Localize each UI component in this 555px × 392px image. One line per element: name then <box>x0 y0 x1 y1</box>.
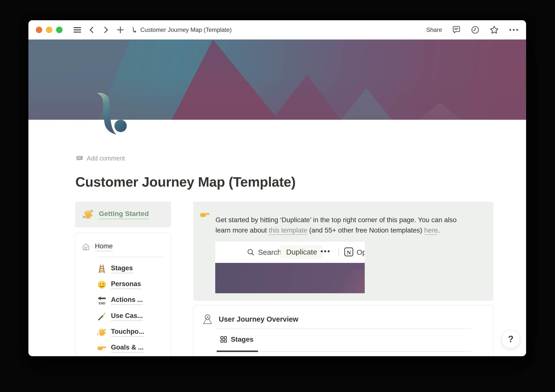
point-right-emoji <box>200 210 210 220</box>
add-comment-button[interactable]: Add comment <box>76 155 125 162</box>
titlebar: Customer Journey Map (Template) Share <box>28 20 526 39</box>
hamburger-icon <box>73 27 82 33</box>
speech-bubble-icon <box>76 155 83 162</box>
screenshot-duplicate-button: Duplicate <box>280 246 323 258</box>
clock-icon <box>471 25 480 34</box>
callout-text-segment: (and 55+ other free Notion templates) <box>307 226 424 234</box>
screenshot-open-label: Open in app <box>357 242 365 263</box>
svg-text:END: END <box>99 302 105 305</box>
page-logo-icon <box>132 27 136 33</box>
magic-wand-emoji <box>97 312 107 321</box>
getting-started-callout: Getting Started <box>75 202 171 227</box>
add-comment-label: Add comment <box>87 155 125 162</box>
forward-button[interactable] <box>101 24 111 35</box>
share-button[interactable]: Share <box>426 26 442 33</box>
overview-header: User Journey Overview <box>202 313 298 325</box>
embedded-screenshot: Search Duplicate N Open in app <box>215 242 365 293</box>
smiley-emoji <box>97 280 107 289</box>
page-title: Customer Journey Map (Template) <box>75 174 296 190</box>
nav-item-touchpoints: Touchpo... <box>97 326 144 338</box>
star-icon <box>490 25 499 35</box>
back-button[interactable] <box>86 24 97 35</box>
user-journey-icon <box>202 313 213 325</box>
user-journey-overview-card: User Journey Overview Stages <box>193 305 493 356</box>
here-link[interactable]: here <box>424 226 438 234</box>
notion-logo-icon: N <box>344 247 354 257</box>
help-icon: ? <box>508 334 513 344</box>
nav-item-use-cases: Use Cas... <box>97 311 143 322</box>
tab-stages[interactable]: Stages <box>220 335 254 343</box>
breadcrumb[interactable]: Customer Journey Map (Template) <box>132 26 232 33</box>
updates-button[interactable] <box>471 25 480 34</box>
screenshot-search-button: Search <box>247 242 281 263</box>
forward-icon <box>103 26 109 34</box>
comment-icon <box>452 25 461 34</box>
house-icon <box>82 243 90 251</box>
search-icon <box>247 248 255 256</box>
divider <box>216 328 471 329</box>
tab-active-indicator <box>217 351 258 352</box>
overview-title: User Journey Overview <box>219 315 298 323</box>
ellipsis-icon <box>320 250 331 253</box>
new-page-button[interactable] <box>115 24 126 35</box>
more-button[interactable] <box>509 28 519 31</box>
maximize-button[interactable] <box>56 27 63 33</box>
ellipsis-icon <box>509 28 519 31</box>
duplicate-callout: Get started by hitting ‘Duplicate’ in th… <box>193 202 493 301</box>
close-button[interactable] <box>36 27 42 33</box>
callout-text-segment: . <box>438 226 440 234</box>
nav-home-row: Home <box>82 242 113 251</box>
point-right-emoji <box>97 343 107 353</box>
getting-started-link[interactable]: Getting Started <box>99 210 149 219</box>
favorite-button[interactable] <box>490 25 499 35</box>
help-button[interactable]: ? <box>502 330 520 348</box>
plus-icon <box>117 26 124 34</box>
nav-item-actions: END Actions ... <box>97 294 143 306</box>
divider <box>98 257 164 257</box>
comments-button[interactable] <box>452 25 461 34</box>
titlebar-page-title: Customer Journey Map (Template) <box>140 26 232 33</box>
callout-text: Get started by hitting ‘Duplicate’ in th… <box>215 215 470 235</box>
notion-window: Customer Journey Map (Template) Share <box>28 20 526 356</box>
screenshot-cover <box>215 263 365 293</box>
traffic-lights <box>36 27 63 33</box>
nav-card: Home Stages Personas <box>75 233 171 356</box>
desktop: { "titlebar": { "title": "Customer Journ… <box>0 0 555 392</box>
nav-item-stages: Stages <box>97 263 133 275</box>
nav-item-home[interactable]: Home <box>95 242 113 251</box>
wave-emoji <box>97 328 107 337</box>
sidebar-toggle-button[interactable] <box>72 24 83 35</box>
tab-stages-label: Stages <box>231 335 254 343</box>
end-arrow-emoji: END <box>97 296 107 305</box>
svg-text:N: N <box>347 249 351 256</box>
minimize-button[interactable] <box>46 27 52 33</box>
ladder-emoji <box>97 264 107 274</box>
page-icon-logo <box>95 92 129 139</box>
wave-emoji <box>83 209 93 220</box>
nav-item-goals: Goals & ... <box>97 342 144 354</box>
grid-icon <box>220 336 227 343</box>
nav-item-personas: Personas <box>97 279 141 291</box>
divider <box>339 248 339 257</box>
back-icon <box>88 26 95 34</box>
this-template-link[interactable]: this template <box>269 226 307 234</box>
titlebar-actions: Share <box>426 25 519 35</box>
